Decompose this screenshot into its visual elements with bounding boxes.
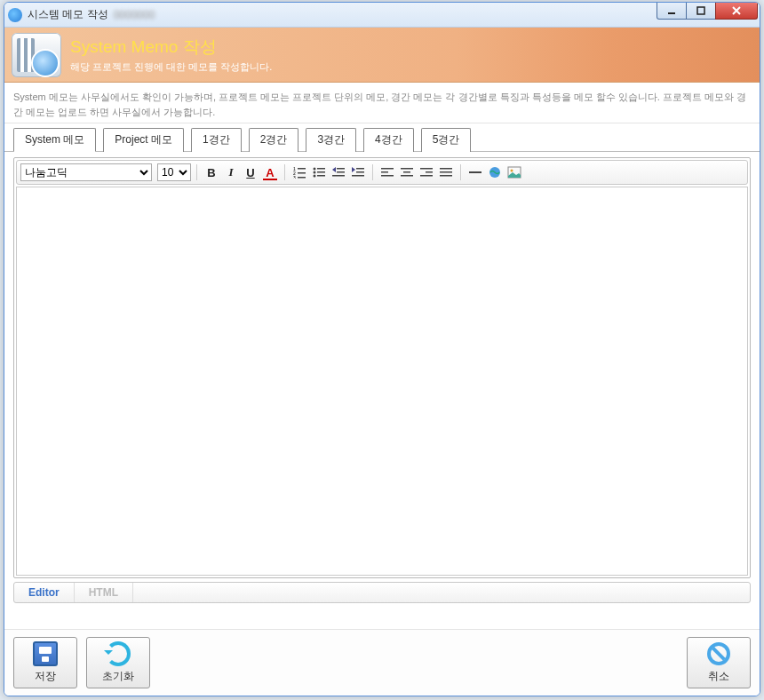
save-label: 저장: [35, 669, 56, 684]
svg-rect-18: [356, 171, 364, 173]
maximize-button[interactable]: [686, 2, 716, 20]
tab-span-4[interactable]: 4경간: [363, 128, 414, 152]
titlebar[interactable]: 시스템 메모 작성 0000000: [4, 3, 760, 28]
ordered-list-icon: 123: [293, 166, 306, 179]
align-justify-button[interactable]: [437, 163, 455, 181]
svg-text:3: 3: [293, 175, 296, 179]
separator: [284, 164, 285, 180]
cancel-label: 취소: [708, 669, 729, 684]
indent-icon: [352, 166, 364, 179]
indent-button[interactable]: [349, 163, 367, 181]
header-text: System Memo 작성 해당 프로젝트 진행에 대한 메모를 작성합니다.: [70, 36, 272, 74]
svg-rect-3: [298, 168, 306, 170]
mode-tab-html[interactable]: HTML: [75, 583, 133, 602]
svg-rect-13: [317, 175, 325, 177]
header-banner: System Memo 작성 해당 프로젝트 진행에 대한 메모를 작성합니다.: [4, 28, 760, 83]
description-text: System 메모는 사무실에서도 확인이 가능하며, 프로젝트 메모는 프로젝…: [4, 83, 760, 123]
bold-button[interactable]: B: [203, 163, 220, 181]
link-button[interactable]: [486, 163, 504, 181]
svg-rect-1: [697, 7, 704, 14]
align-right-button[interactable]: [418, 163, 435, 181]
minimize-button[interactable]: [657, 2, 687, 20]
svg-rect-7: [298, 177, 306, 179]
svg-rect-17: [356, 168, 364, 170]
svg-rect-9: [317, 168, 325, 170]
bottom-button-bar: 저장 초기화 취소: [4, 629, 760, 696]
app-icon: [8, 8, 22, 22]
unordered-list-button[interactable]: [310, 163, 328, 181]
svg-rect-27: [426, 171, 433, 173]
hr-icon: [469, 166, 481, 179]
tab-project-memo[interactable]: Project 메모: [103, 128, 184, 152]
header-logo-icon: [12, 33, 61, 77]
refresh-icon: [106, 641, 131, 666]
link-icon: [488, 165, 502, 179]
cancel-button[interactable]: 취소: [687, 637, 751, 688]
save-button[interactable]: 저장: [13, 637, 77, 688]
horizontal-rule-button[interactable]: [466, 163, 484, 181]
svg-rect-5: [298, 172, 306, 174]
image-icon: [507, 165, 521, 179]
maximize-icon: [696, 6, 705, 15]
unordered-list-icon: [313, 166, 325, 179]
svg-point-8: [314, 168, 316, 171]
svg-rect-15: [337, 171, 345, 173]
svg-point-35: [511, 170, 513, 172]
underline-button[interactable]: U: [242, 163, 259, 181]
svg-rect-22: [381, 175, 394, 177]
close-icon: [731, 5, 742, 16]
editor-toolbar: 나눔고딕 10 B I U A 123: [16, 160, 748, 185]
editor-container: 나눔고딕 10 B I U A 123: [13, 157, 751, 578]
mode-tab-editor[interactable]: Editor: [14, 583, 75, 602]
align-center-button[interactable]: [398, 163, 416, 181]
align-justify-icon: [440, 166, 452, 179]
separator: [196, 164, 197, 180]
svg-rect-32: [469, 171, 481, 173]
tab-span-3[interactable]: 3경간: [306, 128, 356, 152]
svg-point-10: [314, 171, 316, 174]
editor-textarea[interactable]: [16, 187, 748, 576]
outdent-button[interactable]: [330, 163, 347, 181]
save-icon: [33, 641, 58, 666]
separator: [460, 164, 461, 180]
svg-rect-23: [401, 168, 413, 170]
title-blur: 0000000: [114, 9, 155, 21]
svg-rect-16: [332, 175, 345, 177]
tab-span-1[interactable]: 1경간: [191, 128, 242, 152]
svg-rect-24: [403, 171, 410, 173]
memo-tabs: System 메모 Project 메모 1경간 2경간 3경간 4경간 5경간: [4, 123, 760, 152]
header-subtitle: 해당 프로젝트 진행에 대한 메모를 작성합니다.: [70, 60, 272, 74]
editor-mode-tabs: Editor HTML: [13, 582, 751, 603]
header-title: System Memo 작성: [70, 36, 272, 59]
font-size-select[interactable]: 10: [157, 163, 191, 181]
tab-span-2[interactable]: 2경간: [249, 128, 299, 152]
font-color-button[interactable]: A: [261, 163, 279, 181]
svg-rect-28: [420, 175, 433, 177]
separator: [372, 164, 373, 180]
svg-rect-20: [381, 168, 394, 170]
align-left-button[interactable]: [378, 163, 396, 181]
window-controls: [657, 2, 758, 20]
align-right-icon: [420, 166, 433, 179]
svg-point-12: [314, 175, 316, 178]
svg-rect-0: [668, 12, 675, 14]
ordered-list-button[interactable]: 123: [290, 163, 308, 181]
tab-span-5[interactable]: 5경간: [421, 128, 472, 152]
italic-button[interactable]: I: [222, 163, 240, 181]
svg-rect-31: [440, 175, 452, 177]
svg-rect-30: [440, 171, 452, 173]
reset-button[interactable]: 초기화: [86, 637, 150, 688]
svg-rect-19: [352, 175, 364, 177]
svg-rect-14: [337, 168, 345, 170]
svg-rect-11: [317, 171, 325, 173]
minimize-icon: [667, 6, 676, 15]
image-button[interactable]: [505, 163, 523, 181]
outdent-icon: [332, 166, 345, 179]
close-button[interactable]: [715, 2, 758, 20]
tab-system-memo[interactable]: System 메모: [13, 128, 96, 152]
cancel-icon: [706, 641, 731, 666]
svg-rect-26: [420, 168, 433, 170]
font-select[interactable]: 나눔고딕: [20, 163, 152, 181]
align-left-icon: [381, 166, 394, 179]
align-center-icon: [401, 166, 413, 179]
